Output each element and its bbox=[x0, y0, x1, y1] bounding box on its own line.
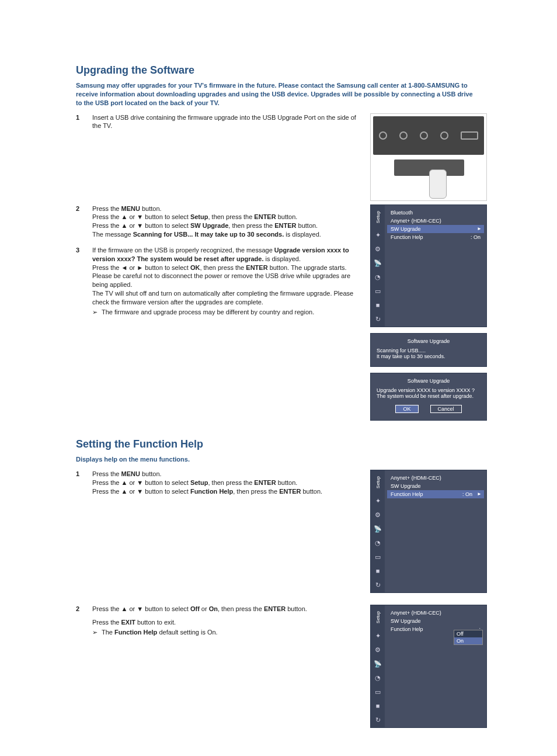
menu-item[interactable]: SW Upgrade bbox=[391, 482, 481, 490]
step-number: 1 bbox=[76, 470, 84, 496]
rotate-icon: ↻ bbox=[374, 716, 382, 724]
menu-icon: ✦ bbox=[374, 632, 382, 640]
popup-upgrade-confirm: Software Upgrade Upgrade version XXXX to… bbox=[370, 373, 487, 421]
screen-icon: ■ bbox=[374, 301, 382, 309]
cancel-button[interactable]: Cancel bbox=[430, 405, 462, 413]
satellite-icon: 📡 bbox=[374, 525, 382, 533]
step-text: Press the MENU button. Press the ▲ or ▼ … bbox=[92, 470, 362, 496]
step-number: 1 bbox=[76, 113, 84, 131]
ok-button[interactable]: OK bbox=[395, 405, 418, 413]
step-number: 2 bbox=[76, 204, 84, 239]
pip-icon: ▭ bbox=[374, 287, 382, 295]
step-number: 2 bbox=[76, 605, 84, 637]
clock-icon: ◔ bbox=[374, 273, 382, 281]
menu-item[interactable]: SW Upgrade bbox=[391, 617, 481, 625]
menu-icon: ✦ bbox=[374, 231, 382, 239]
option-off[interactable]: Off bbox=[454, 630, 482, 637]
menu-item[interactable]: Anynet+ (HDMI-CEC) bbox=[391, 217, 481, 225]
tv-menu-setup-functionhelp: Setup ✦ ⚙ 📡 ◔ ▭ ■ ↻ Anynet+ (HDMI-CEC) S… bbox=[370, 470, 487, 593]
section-heading-upgrade: Upgrading the Software bbox=[76, 64, 490, 77]
screen-icon: ■ bbox=[374, 702, 382, 710]
clock-icon: ◔ bbox=[374, 674, 382, 682]
step-text: Press the ▲ or ▼ button to select Off or… bbox=[92, 605, 362, 637]
screen-icon: ■ bbox=[374, 567, 382, 575]
menu-item[interactable]: Anynet+ (HDMI-CEC) bbox=[391, 609, 481, 617]
satellite-icon: 📡 bbox=[374, 259, 382, 267]
tv-menu-functionhelp-options: Setup ✦ ⚙ 📡 ◔ ▭ ■ ↻ Anynet+ (HDMI-CEC) S… bbox=[370, 605, 487, 728]
section-heading-functionhelp: Setting the Function Help bbox=[76, 438, 490, 450]
menu-item[interactable]: Bluetooth bbox=[391, 209, 481, 217]
section-intro-upgrade: Samsung may offer upgrades for your TV's… bbox=[76, 81, 479, 107]
gear-icon: ⚙ bbox=[374, 646, 382, 654]
rotate-icon: ↻ bbox=[374, 315, 382, 323]
step-text: If the firmware on the USB is properly r… bbox=[92, 246, 362, 317]
step-text: Press the MENU button. Press the ▲ or ▼ … bbox=[92, 204, 362, 239]
menu-item-selected[interactable]: Function Help: On bbox=[387, 490, 484, 498]
step-number: 3 bbox=[76, 246, 84, 317]
section-intro-functionhelp: Displays help on the menu functions. bbox=[76, 455, 479, 464]
option-list: Off On bbox=[454, 630, 483, 645]
menu-item[interactable]: Function Help: On bbox=[391, 233, 481, 241]
menu-icon: ✦ bbox=[374, 497, 382, 505]
step-text: Insert a USB drive containing the firmwa… bbox=[92, 113, 362, 131]
usb-drive-illustration bbox=[429, 169, 447, 199]
satellite-icon: 📡 bbox=[374, 660, 382, 668]
note: The firmware and upgrade process may be … bbox=[92, 308, 362, 317]
tv-menu-setup-swupgrade: Setup ✦ ⚙ 📡 ◔ ▭ ■ ↻ Bluetooth Anynet+ (H… bbox=[370, 204, 487, 328]
pip-icon: ▭ bbox=[374, 553, 382, 561]
clock-icon: ◔ bbox=[374, 539, 382, 547]
menu-item-selected[interactable]: SW Upgrade bbox=[387, 225, 484, 233]
tv-ports-diagram bbox=[370, 113, 487, 201]
rotate-icon: ↻ bbox=[374, 581, 382, 589]
gear-icon: ⚙ bbox=[374, 511, 382, 519]
menu-item[interactable]: Anynet+ (HDMI-CEC) bbox=[391, 474, 481, 482]
gear-icon: ⚙ bbox=[374, 245, 382, 253]
popup-scanning: Software Upgrade Scanning for USB..... I… bbox=[370, 333, 487, 367]
option-on[interactable]: On bbox=[454, 637, 482, 644]
pip-icon: ▭ bbox=[374, 688, 382, 696]
note: The Function Help default setting is On. bbox=[92, 628, 362, 637]
